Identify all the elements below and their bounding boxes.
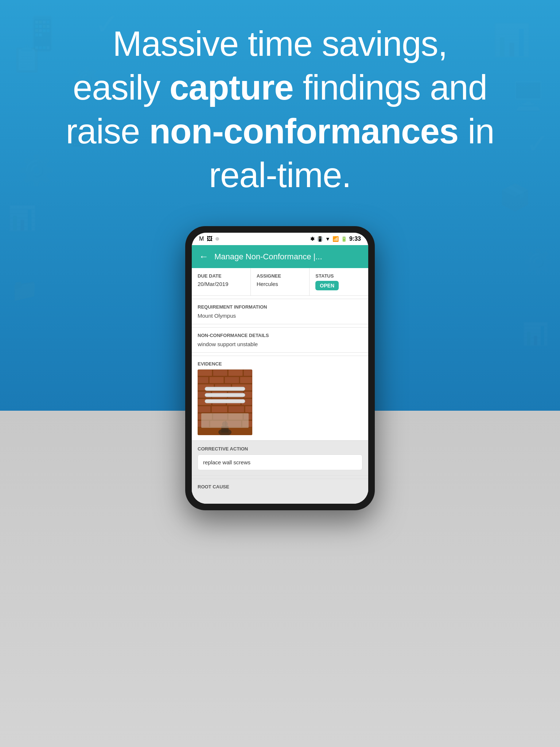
status-badge: OPEN bbox=[315, 281, 339, 290]
svg-rect-35 bbox=[205, 399, 245, 403]
svg-rect-34 bbox=[205, 393, 245, 397]
wifi-icon: ▼ bbox=[325, 236, 330, 242]
assignee-value: Hercules bbox=[257, 281, 304, 287]
hero-line3-suffix: in bbox=[458, 112, 494, 151]
svg-point-38 bbox=[222, 421, 228, 427]
assignee-cell: ASSIGNEE Hercules bbox=[251, 268, 310, 295]
svg-rect-7 bbox=[225, 377, 239, 383]
vibrate-icon: 📳 bbox=[317, 236, 323, 242]
svg-rect-31 bbox=[242, 421, 252, 427]
hero-line2-prefix: easily bbox=[73, 68, 170, 107]
dot-icon bbox=[215, 237, 219, 241]
gmail-icon: M bbox=[199, 236, 204, 242]
svg-rect-3 bbox=[228, 369, 243, 376]
svg-rect-4 bbox=[244, 369, 252, 376]
status-bar-left: M 🖼 bbox=[199, 236, 219, 242]
root-cause-label: ROOT CAUSE bbox=[198, 484, 362, 489]
status-bar-right: ✱ 📳 ▼ 📶 🔋 9:33 bbox=[310, 236, 361, 242]
status-cell: STATUS OPEN bbox=[310, 268, 368, 295]
svg-rect-26 bbox=[228, 413, 243, 420]
svg-rect-29 bbox=[210, 421, 225, 427]
non-conformance-section: NON-CONFORMANCE DETAILS window support u… bbox=[192, 327, 368, 353]
hero-line2-suffix: findings and bbox=[293, 68, 487, 107]
svg-rect-28 bbox=[198, 421, 209, 427]
hero-line1: Massive time savings, bbox=[113, 24, 447, 63]
svg-rect-15 bbox=[244, 391, 252, 398]
svg-rect-2 bbox=[213, 369, 228, 376]
svg-rect-33 bbox=[205, 387, 245, 391]
corrective-action-section: CORRECTIVE ACTION replace wall screws bbox=[192, 441, 368, 476]
due-date-cell: DUE DATE 20/Mar/2019 bbox=[192, 268, 251, 295]
svg-rect-5 bbox=[198, 377, 209, 383]
svg-rect-27 bbox=[244, 413, 252, 420]
svg-rect-20 bbox=[198, 406, 211, 413]
root-cause-section: ROOT CAUSE bbox=[192, 479, 368, 504]
bottom-section: CORRECTIVE ACTION replace wall screws RO… bbox=[192, 441, 368, 504]
screen-title: Manage Non-Conformance |... bbox=[214, 252, 361, 262]
phone-mockup: M 🖼 ✱ 📳 ▼ 📶 🔋 9:33 ← bbox=[185, 226, 375, 510]
requirement-label: REQUIREMENT INFORMATION bbox=[198, 304, 362, 310]
hero-section: Massive time savings, easily capture fin… bbox=[0, 22, 560, 197]
non-conformance-label: NON-CONFORMANCE DETAILS bbox=[198, 333, 362, 338]
svg-rect-30 bbox=[226, 421, 241, 427]
corrective-action-value[interactable]: replace wall screws bbox=[198, 454, 362, 470]
non-conformance-value: window support unstable bbox=[198, 341, 362, 347]
time-display: 9:33 bbox=[349, 236, 361, 242]
hero-line3-prefix: raise bbox=[66, 112, 149, 151]
svg-rect-6 bbox=[209, 377, 224, 383]
svg-rect-23 bbox=[245, 406, 252, 413]
svg-rect-8 bbox=[240, 377, 252, 383]
svg-rect-21 bbox=[211, 406, 228, 413]
fields-row: DUE DATE 20/Mar/2019 ASSIGNEE Hercules S… bbox=[192, 268, 368, 296]
evidence-label: EVIDENCE bbox=[198, 361, 362, 367]
photo-icon: 🖼 bbox=[207, 236, 213, 242]
battery-icon: 🔋 bbox=[341, 236, 347, 242]
status-bar: M 🖼 ✱ 📳 ▼ 📶 🔋 9:33 bbox=[192, 233, 368, 245]
bluetooth-icon: ✱ bbox=[310, 236, 315, 242]
corrective-action-label: CORRECTIVE ACTION bbox=[198, 446, 362, 452]
svg-rect-37 bbox=[221, 426, 229, 433]
evidence-image bbox=[198, 369, 252, 435]
back-button[interactable]: ← bbox=[199, 251, 209, 262]
requirement-value: Mount Olympus bbox=[198, 313, 362, 319]
phone-frame: M 🖼 ✱ 📳 ▼ 📶 🔋 9:33 ← bbox=[185, 226, 375, 510]
svg-rect-25 bbox=[213, 413, 228, 420]
background: 📱 ✓ 📊 🖥️ 📋 ⚙️ ✓ 📦 📊 ⚙️ 📁 📊 ⚙️ 📱 Massive … bbox=[0, 0, 560, 747]
assignee-label: ASSIGNEE bbox=[257, 273, 304, 279]
status-label: STATUS bbox=[315, 273, 362, 279]
svg-rect-1 bbox=[198, 369, 212, 376]
hero-nonconformances-bold: non-conformances bbox=[149, 112, 458, 151]
hero-capture-bold: capture bbox=[170, 68, 293, 107]
requirement-section: REQUIREMENT INFORMATION Mount Olympus bbox=[192, 299, 368, 324]
signal-icon: 📶 bbox=[332, 236, 339, 242]
phone-screen: M 🖼 ✱ 📳 ▼ 📶 🔋 9:33 ← bbox=[192, 233, 368, 504]
app-header: ← Manage Non-Conformance |... bbox=[192, 245, 368, 268]
due-date-value: 20/Mar/2019 bbox=[198, 281, 245, 287]
due-date-label: DUE DATE bbox=[198, 273, 245, 279]
svg-rect-22 bbox=[228, 406, 244, 413]
evidence-section: EVIDENCE bbox=[192, 356, 368, 441]
svg-rect-24 bbox=[198, 413, 212, 420]
hero-line4: real-time. bbox=[209, 155, 351, 194]
